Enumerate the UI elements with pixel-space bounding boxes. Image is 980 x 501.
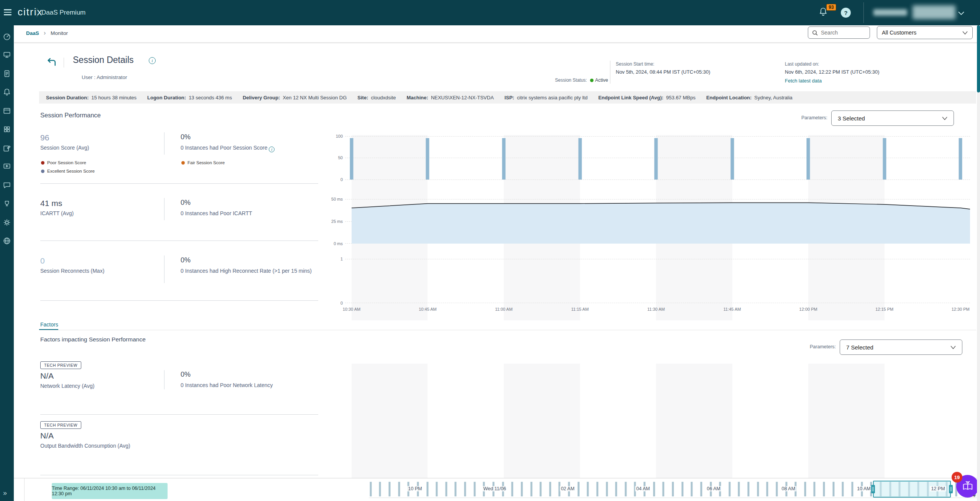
last-updated-value: Nov 6th, 2024, 12:22 PM IST (UTC+05:30) <box>785 69 880 75</box>
header-divider <box>610 61 610 84</box>
tab-factors[interactable]: Factors <box>40 321 58 328</box>
topbar-divider <box>863 2 864 23</box>
x-axis-label: 11:45 AM <box>723 307 741 311</box>
chart-stripe <box>808 364 885 478</box>
info-value: NEXUS\XEN-12-NX-TSVDA <box>431 95 494 101</box>
search-box[interactable] <box>808 26 870 39</box>
info-label: Site: <box>357 95 368 101</box>
redacted-tenant-name <box>873 9 907 16</box>
poor-score-info-icon[interactable]: i <box>269 147 275 152</box>
monitor-desktops-icon[interactable] <box>3 51 11 59</box>
configuration-edit-icon[interactable] <box>3 144 11 152</box>
metric-separator <box>40 300 318 301</box>
last-updated: Last updated on: Nov 6th, 2024, 12:22 PM… <box>785 61 880 84</box>
reconnects-label: Session Reconnects (Max) <box>40 268 104 274</box>
icartt-label: ICARTT (Avg) <box>40 210 74 216</box>
infrastructure-grid-icon[interactable] <box>3 125 11 133</box>
performance-parameters-dropdown[interactable]: 3 Selected <box>831 110 954 126</box>
resize-corner-icon: ▾ <box>973 493 975 498</box>
achievements-trophy-icon[interactable] <box>3 199 11 208</box>
timeline-label: Wed 11/06 <box>482 486 507 491</box>
settings-gear-icon[interactable] <box>3 218 11 227</box>
score-pct: 0% <box>181 133 191 141</box>
section-title-performance: Session Performance <box>40 112 101 119</box>
dashboard-gauge-icon[interactable] <box>3 32 11 41</box>
icartt-area-panel <box>345 198 970 244</box>
reports-clipboard-icon[interactable] <box>3 69 11 78</box>
fair-dot <box>181 161 185 165</box>
y-tick: 50 ms <box>326 196 343 202</box>
time-navigator[interactable]: 10 PMWed 11/0602 AM04 AM06 AM08 AM10 AM1… <box>369 480 977 498</box>
support-chat-icon[interactable] <box>3 181 11 190</box>
timeline-tick <box>530 482 532 496</box>
latency-label: Network Latency (Avg) <box>40 383 94 389</box>
timeline-tick <box>748 482 750 496</box>
x-axis-label: 11:15 AM <box>571 307 589 311</box>
metric-separator <box>40 183 318 184</box>
account-chevron-down-icon[interactable] <box>958 10 965 17</box>
metric-divider <box>164 370 164 389</box>
scrollbar-track[interactable] <box>977 25 980 501</box>
icartt-pct-label: 0 Instances had Poor ICARTT <box>181 210 330 217</box>
x-axis-label: 12:15 PM <box>875 307 893 311</box>
timeline-tick <box>370 482 372 496</box>
network-globe-icon[interactable] <box>3 237 11 245</box>
search-icon <box>812 30 818 36</box>
back-button[interactable] <box>46 58 57 68</box>
timeline-tick <box>455 482 457 496</box>
customer-filter-select[interactable]: All Customers <box>877 26 973 39</box>
bottombar-divider <box>24 478 25 501</box>
fetch-latest-data-link[interactable]: Fetch latest data <box>785 78 880 84</box>
timeline-tick <box>615 482 617 496</box>
brand-divider <box>37 8 37 17</box>
session-status-label: Session Status: <box>555 77 587 83</box>
top-app-bar: citrix DaaS Premium 93 ? <box>0 0 980 25</box>
x-axis-label: 10:30 AM <box>343 307 360 311</box>
timeline-tick <box>681 482 683 496</box>
metric-separator <box>40 241 318 241</box>
excellent-dot <box>41 170 44 173</box>
selection-right-handle[interactable] <box>949 485 953 493</box>
legend-excellent: Excellent Session Score <box>41 169 95 173</box>
session-status: Session Status:Active <box>505 77 608 83</box>
info-value: 953.67 MBps <box>666 95 696 101</box>
status-active-dot <box>590 79 594 82</box>
factors-parameters-dropdown[interactable]: 7 Selected <box>840 339 962 355</box>
breadcrumb-bar: DaaS › Monitor All Customers <box>14 25 980 42</box>
timeline-tick <box>653 482 655 496</box>
parameters-label: Parameters: <box>810 344 836 349</box>
timeline-label: 06 AM <box>706 486 722 491</box>
assistant-badge: 19 <box>952 472 962 483</box>
info-value: cloudxdsite <box>371 95 396 101</box>
sessions-play-icon[interactable] <box>3 162 11 171</box>
poor-dot <box>41 161 44 165</box>
help-icon[interactable]: ? <box>841 8 851 18</box>
legend-poor: Poor Session Score <box>41 160 86 165</box>
info-value: Xen 12 NX Multi Session DG <box>283 95 347 101</box>
breadcrumb-daas-link[interactable]: DaaS <box>26 30 39 36</box>
scrollbar-thumb[interactable] <box>977 25 980 92</box>
timeline-tick <box>804 482 806 496</box>
session-user: User : Administrator <box>82 74 127 80</box>
hamburger-menu-icon[interactable] <box>4 9 12 16</box>
factors-parameters-value: 7 Selected <box>846 344 873 351</box>
session-performance-chart: 100 50 0 50 ms 25 ms 0 ms 1 0 10:30 AM10… <box>345 135 970 320</box>
performance-parameters-value: 3 Selected <box>838 115 865 122</box>
session-details-info-icon[interactable]: i <box>149 57 156 64</box>
applications-window-icon[interactable] <box>3 107 11 115</box>
search-input[interactable] <box>821 30 863 36</box>
y-tick: 1 <box>326 256 343 262</box>
alerts-bell-icon[interactable] <box>3 88 11 96</box>
timeline-tick <box>426 482 428 496</box>
y-tick: 25 ms <box>326 218 343 224</box>
selection-left-handle[interactable] <box>871 485 875 493</box>
chart-stripe <box>656 364 732 478</box>
sidebar-expand-icon[interactable]: » <box>3 489 6 497</box>
section-title-factors: Factors impacting Session Performance <box>40 336 146 343</box>
timeline-tick <box>832 482 834 496</box>
timeline-label: 10 AM <box>856 486 871 491</box>
y-tick: 100 <box>326 133 343 139</box>
info-label: Machine: <box>407 95 428 101</box>
reconnects-value: 0 <box>40 256 45 265</box>
timeline-tick <box>521 482 523 496</box>
